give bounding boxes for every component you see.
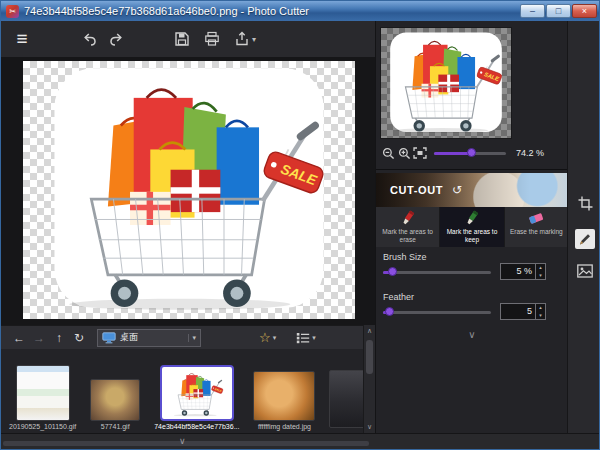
thumbnail-item-partial[interactable] [329, 370, 363, 430]
zoom-slider-knob[interactable] [467, 148, 476, 157]
tool-erase-marking[interactable]: Erase the marking [505, 207, 568, 247]
fit-screen-icon[interactable] [412, 146, 428, 160]
desktop-icon [102, 332, 116, 344]
edited-image[interactable] [23, 61, 355, 319]
thumbnail-strip: 20190525_101150.gif 57741.gif 74e3b44bf5… [1, 349, 363, 433]
brush-size-label: Brush Size [383, 252, 427, 262]
side-tool-strip [567, 21, 600, 433]
panel-collapse-handle-icon[interactable]: ∨ [179, 436, 186, 446]
right-panel: 74.2 % CUT-OUT ↺ Mark the areas to erase… [375, 21, 567, 433]
print-icon[interactable] [199, 26, 225, 52]
app-icon: ✂ [6, 5, 19, 18]
refresh-icon[interactable]: ↻ [69, 331, 89, 345]
redo-icon[interactable] [103, 26, 129, 52]
green-marker-icon [464, 210, 480, 226]
scroll-up-icon[interactable]: ∧ [364, 327, 375, 335]
maximize-button[interactable]: □ [546, 4, 571, 18]
canvas-area [1, 57, 375, 325]
favorites-caret-icon[interactable]: ▾ [273, 334, 277, 342]
back-icon[interactable]: ← [9, 331, 29, 345]
tool-mark-erase[interactable]: Mark the areas to erase [376, 207, 440, 247]
title-bar[interactable]: ✂ 74e3b44bf58e5c4e77b368d61a646be0.png -… [1, 1, 600, 21]
feather-input[interactable]: 5 ▴ ▾ [500, 303, 546, 320]
feather-knob[interactable] [385, 307, 394, 316]
thumbnail-item[interactable]: 20190525_101150.gif [9, 365, 76, 430]
export-caret-icon[interactable]: ▾ [252, 35, 256, 44]
feather-label: Feather [383, 292, 414, 302]
file-browser-toolbar: ← → ↑ ↻ 桌面 ▾ ☆ ▾ ▾ [1, 325, 363, 349]
close-button[interactable]: × [572, 4, 597, 18]
horizontal-scroll-thumb[interactable] [3, 441, 369, 446]
feather-slider[interactable] [383, 306, 491, 319]
feather-spin-up-icon[interactable]: ▴ [536, 304, 545, 312]
image-panel-icon[interactable] [575, 261, 595, 281]
zoom-controls: 74.2 % [380, 145, 566, 161]
folder-name: 桌面 [116, 331, 188, 344]
brush-spin-up-icon[interactable]: ▴ [536, 264, 545, 272]
menu-icon[interactable]: ≡ [9, 21, 35, 57]
view-caret-icon[interactable]: ▾ [312, 334, 316, 342]
thumbnail-item[interactable]: 57741.gif [90, 379, 140, 430]
thumbnail-item[interactable]: ffffffimg dated.jpg [253, 371, 315, 430]
brush-size-input[interactable]: 5 % ▴ ▾ [500, 263, 546, 280]
app-window: ✂ 74e3b44bf58e5c4e77b368d61a646be0.png -… [0, 0, 600, 450]
cutout-header: CUT-OUT ↺ [376, 173, 568, 207]
thumbnail-image[interactable] [253, 371, 315, 421]
zoom-in-icon[interactable] [396, 146, 412, 160]
panel-collapse-icon[interactable]: ∨ [376, 329, 568, 340]
save-icon[interactable] [169, 26, 195, 52]
window-title: 74e3b44bf58e5c4e77b368d61a646be0.png - P… [24, 5, 520, 17]
navigator-preview[interactable] [380, 27, 512, 139]
zoom-out-icon[interactable] [380, 146, 396, 160]
view-mode-button[interactable] [296, 332, 310, 344]
brush-spin-down-icon[interactable]: ▾ [536, 272, 545, 280]
red-marker-icon [400, 210, 416, 226]
up-icon[interactable]: ↑ [49, 331, 69, 345]
thumbnail-image[interactable] [16, 365, 70, 421]
thumbnail-item-selected[interactable]: 74e3b44bf58e5c4e77b36... [154, 365, 239, 430]
brush-size-slider[interactable] [383, 266, 491, 279]
undo-icon[interactable] [77, 26, 103, 52]
main-toolbar: ≡ ▾ [1, 21, 375, 57]
feather-spin-down-icon[interactable]: ▾ [536, 312, 545, 320]
panel-divider [376, 169, 568, 170]
zoom-slider[interactable] [434, 147, 506, 160]
thumbnail-image[interactable] [90, 379, 140, 421]
brush-size-knob[interactable] [388, 267, 397, 276]
thumbnail-image[interactable] [329, 370, 363, 428]
scroll-down-icon[interactable]: ∨ [364, 423, 375, 431]
folder-caret-icon[interactable]: ▾ [188, 334, 196, 342]
eraser-icon [528, 210, 544, 226]
cutout-title: CUT-OUT [390, 184, 443, 196]
thumbnail-image[interactable] [160, 365, 234, 421]
cutout-reset-icon[interactable]: ↺ [452, 183, 462, 197]
forward-icon[interactable]: → [29, 331, 49, 345]
pen-tool-icon[interactable] [575, 229, 595, 249]
crop-icon[interactable] [575, 193, 595, 213]
tool-mark-keep[interactable]: Mark the areas to keep [440, 207, 504, 247]
minimize-button[interactable]: – [520, 4, 545, 18]
vertical-scroll-thumb[interactable] [366, 340, 373, 374]
cutout-tools: Mark the areas to erase Mark the areas t… [376, 207, 568, 247]
list-view-icon [296, 332, 310, 344]
zoom-value: 74.2 % [516, 148, 544, 158]
browser-vertical-scrollbar[interactable]: ∧ ∨ [363, 325, 375, 433]
favorites-icon[interactable]: ☆ [259, 330, 271, 345]
folder-select[interactable]: 桌面 ▾ [97, 329, 201, 347]
bottom-scrollbar[interactable]: ∨ [1, 433, 600, 450]
